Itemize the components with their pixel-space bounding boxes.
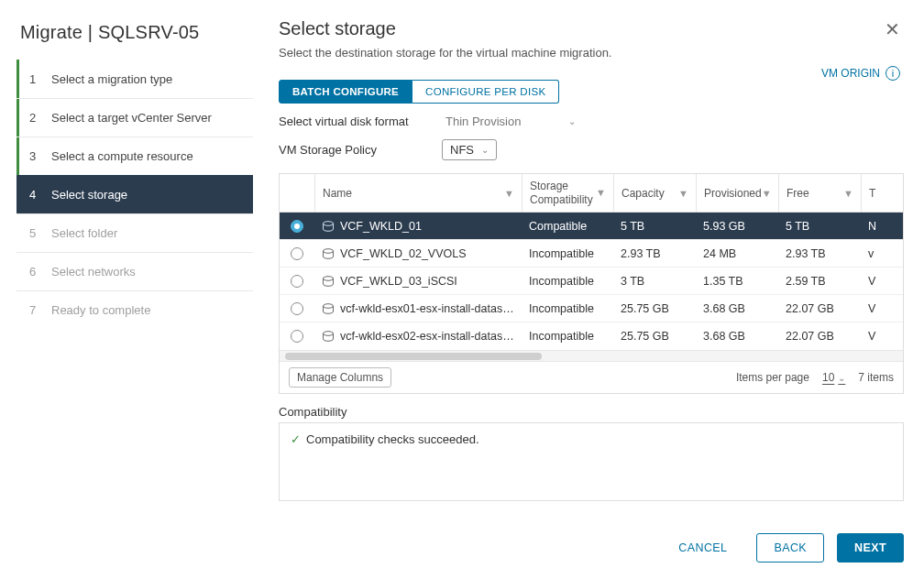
row-capacity: 25.75 GB [613, 302, 696, 315]
filter-icon[interactable]: ▼ [762, 188, 772, 199]
col-select [280, 174, 314, 212]
row-provisioned: 24 MB [696, 247, 778, 260]
step-label: Select a migration type [51, 72, 172, 86]
row-trailing: V [861, 302, 888, 315]
svg-point-3 [324, 303, 334, 308]
wizard-step-4[interactable]: 4Select storage [16, 175, 253, 213]
row-capacity: 25.75 GB [613, 330, 696, 343]
tab-batch-configure[interactable]: BATCH CONFIGURE [279, 80, 412, 104]
item-count: 7 items [858, 371, 894, 384]
col-name[interactable]: Name ▼ [314, 174, 522, 212]
col-storage-compat[interactable]: Storage Compatibility ▼ [522, 174, 613, 212]
table-row[interactable]: VCF_WKLD_01Compatible5 TB5.93 GB5 TBN [280, 213, 903, 240]
datastore-icon [322, 247, 340, 260]
storage-policy-value: NFS [450, 143, 474, 157]
step-label: Ready to complete [51, 303, 150, 317]
step-label: Select networks [51, 265, 136, 279]
row-capacity: 3 TB [613, 275, 696, 288]
svg-point-1 [324, 248, 334, 253]
wizard-actions: CANCEL BACK NEXT [279, 513, 904, 563]
wizard-step-1[interactable]: 1Select a migration type [16, 60, 253, 98]
col-provisioned[interactable]: Provisioned ▼ [696, 174, 778, 212]
step-number: 5 [29, 226, 38, 240]
datastore-icon [322, 302, 340, 315]
col-free[interactable]: Free ▼ [778, 174, 861, 212]
row-compat: Incompatible [522, 302, 613, 315]
next-button[interactable]: NEXT [837, 533, 904, 563]
table-row[interactable]: vcf-wkld-esx01-esx-install-datastoreInco… [280, 295, 903, 322]
manage-columns-button[interactable]: Manage Columns [289, 367, 391, 388]
row-name: vcf-wkld-esx02-esx-install-datastore [314, 330, 522, 343]
step-number: 7 [29, 303, 38, 317]
row-trailing: V [861, 275, 888, 288]
step-number: 6 [29, 265, 38, 279]
tab-configure-per-disk[interactable]: CONFIGURE PER DISK [412, 80, 559, 104]
row-provisioned: 5.93 GB [696, 220, 778, 233]
grid-h-scrollbar[interactable] [280, 350, 903, 361]
svg-point-2 [324, 276, 334, 280]
row-free: 5 TB [778, 220, 861, 233]
wizard-step-6: 6Select networks [16, 252, 253, 290]
dialog-title: Migrate | SQLSRV-05 [16, 16, 253, 60]
row-free: 2.93 TB [778, 247, 861, 260]
disk-format-select[interactable]: Thin Provision ⌄ [442, 113, 579, 130]
row-name: VCF_WKLD_03_iSCSI [314, 275, 522, 288]
chevron-down-icon: ⌄ [838, 373, 845, 383]
row-compat: Incompatible [522, 330, 613, 343]
row-trailing: N [861, 220, 888, 233]
table-row[interactable]: VCF_WKLD_02_VVOLSIncompatible2.93 TB24 M… [280, 240, 903, 268]
step-number: 1 [29, 72, 38, 86]
compatibility-msg: Compatibility checks succeeded. [306, 432, 479, 446]
col-trailing[interactable]: T [861, 174, 888, 212]
row-capacity: 2.93 TB [613, 247, 696, 260]
close-icon[interactable]: ✕ [881, 18, 904, 40]
row-radio[interactable] [280, 330, 314, 343]
svg-point-0 [324, 221, 334, 225]
row-capacity: 5 TB [613, 220, 696, 233]
cancel-button[interactable]: CANCEL [662, 533, 743, 563]
row-trailing: V [861, 330, 888, 343]
vm-origin-link[interactable]: VM ORIGIN i [821, 66, 900, 81]
datastore-icon [322, 330, 340, 343]
filter-icon[interactable]: ▼ [596, 187, 606, 199]
row-radio[interactable] [280, 275, 314, 288]
filter-icon[interactable]: ▼ [678, 188, 688, 199]
step-label: Select a target vCenter Server [51, 111, 212, 125]
page-title: Select storage [279, 18, 396, 39]
items-per-page-select[interactable]: 10 ⌄ [822, 371, 845, 384]
row-provisioned: 1.35 TB [696, 275, 778, 288]
row-name: vcf-wkld-esx01-esx-install-datastore [314, 302, 522, 315]
wizard-step-3[interactable]: 3Select a compute resource [16, 137, 253, 175]
grid-footer: Manage Columns Items per page 10 ⌄ 7 ite… [280, 361, 903, 393]
filter-icon[interactable]: ▼ [504, 188, 514, 199]
vm-origin-label: VM ORIGIN [821, 67, 880, 80]
step-number: 3 [29, 149, 38, 163]
disk-format-value: Thin Provision [446, 115, 521, 128]
filter-icon[interactable]: ▼ [843, 188, 853, 199]
wizard-step-5: 5Select folder [16, 213, 253, 252]
page-subtitle: Select the destination storage for the v… [279, 46, 904, 60]
step-label: Select folder [51, 226, 117, 240]
storage-policy-label: VM Storage Policy [279, 143, 442, 157]
datastore-grid: Name ▼ Storage Compatibility ▼ Capacity … [279, 173, 904, 394]
items-per-page-label: Items per page [736, 371, 809, 384]
grid-header: Name ▼ Storage Compatibility ▼ Capacity … [280, 174, 903, 213]
wizard-step-2[interactable]: 2Select a target vCenter Server [16, 98, 253, 137]
disk-format-label: Select virtual disk format [279, 115, 442, 128]
chevron-down-icon: ⌄ [481, 145, 489, 155]
row-free: 22.07 GB [778, 330, 861, 343]
row-compat: Compatible [522, 220, 613, 233]
table-row[interactable]: VCF_WKLD_03_iSCSIIncompatible3 TB1.35 TB… [280, 268, 903, 295]
row-radio[interactable] [280, 220, 314, 233]
row-free: 2.59 TB [778, 275, 861, 288]
compatibility-panel: ✓ Compatibility checks succeeded. [279, 422, 904, 501]
row-free: 22.07 GB [778, 302, 861, 315]
chevron-down-icon: ⌄ [568, 116, 576, 126]
storage-policy-select[interactable]: NFS ⌄ [442, 139, 497, 160]
table-row[interactable]: vcf-wkld-esx02-esx-install-datastoreInco… [280, 322, 903, 350]
col-capacity[interactable]: Capacity ▼ [613, 174, 696, 212]
back-button[interactable]: BACK [756, 533, 824, 563]
datastore-icon [322, 275, 340, 288]
row-radio[interactable] [280, 247, 314, 260]
row-radio[interactable] [280, 302, 314, 315]
